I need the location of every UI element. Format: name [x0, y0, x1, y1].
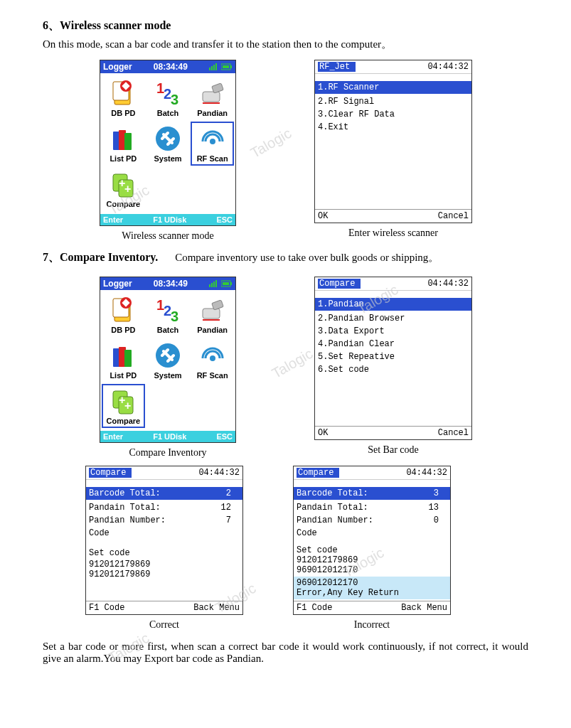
f1-code-button[interactable]: F1 Code: [297, 603, 332, 613]
app-dbpd[interactable]: DB PD: [102, 293, 145, 337]
app-listpd[interactable]: List PD: [102, 122, 145, 166]
pandian-number-label: Pandian Number:: [297, 515, 373, 525]
compare-time: 04:44:32: [427, 279, 469, 289]
bottom-right[interactable]: ESC: [216, 432, 233, 441]
app-listpd[interactable]: List PD: [102, 338, 145, 382]
bottom-right[interactable]: ESC: [216, 215, 233, 224]
svg-rect-6: [223, 65, 229, 68]
app-label: Batch: [157, 326, 179, 334]
bottom-left[interactable]: Enter: [103, 215, 123, 224]
svg-text:+: +: [124, 400, 131, 412]
caption-wireless: Wireless scanner mode: [122, 230, 213, 242]
section7-desc: Compare inventory use to take over bulk …: [175, 252, 439, 263]
app-label: Compare: [106, 417, 140, 425]
svg-rect-32: [223, 282, 229, 285]
menu-item[interactable]: 4.Exit: [315, 121, 471, 134]
code-value: 969012012170: [294, 565, 450, 577]
app-system[interactable]: System: [146, 122, 190, 166]
svg-rect-14: [203, 92, 220, 102]
rfjet-title: RF_Jet 04:44:32: [315, 60, 471, 74]
menu-item[interactable]: 6.Set code: [315, 363, 471, 376]
signal-battery-icon: [209, 63, 233, 70]
caption-enterwireless: Enter wireless scanner: [348, 228, 438, 239]
ok-button[interactable]: OK: [318, 428, 328, 438]
app-batch[interactable]: 123Batch: [146, 293, 190, 337]
app-label: System: [154, 371, 181, 380]
caption-compareinv: Compare Inventory: [129, 447, 206, 459]
svg-text:3: 3: [171, 309, 178, 324]
app-pandian[interactable]: Pandian: [191, 293, 234, 337]
app-label: Pandian: [197, 109, 228, 117]
app-compare[interactable]: ++Compare: [102, 384, 145, 428]
app-dbpd[interactable]: DB PD: [102, 76, 145, 120]
signal-battery-icon: [209, 280, 233, 287]
app-label: Pandian: [197, 326, 228, 334]
barcode-total-value: 3: [434, 488, 439, 498]
menu-item[interactable]: 2.RF Signal: [315, 95, 471, 108]
menu-item[interactable]: 2.Pandian Browser: [315, 312, 471, 325]
bottom-mid[interactable]: F1 UDisk: [123, 432, 216, 441]
svg-rect-3: [215, 63, 217, 70]
app-batch[interactable]: 123Batch: [146, 76, 190, 120]
cancel-button[interactable]: Cancel: [438, 428, 469, 438]
rfscan-icon: [198, 124, 227, 153]
app-label: DB PD: [111, 109, 135, 117]
device-screenshot-compare: Logger 08:34:49 DB PD 123Batch Pandian L…: [100, 277, 236, 443]
svg-rect-0: [209, 68, 210, 70]
device-bottombar: Enter F1 UDisk ESC: [100, 214, 235, 225]
menu-item[interactable]: 1.RF Scanner: [315, 81, 471, 94]
correct-footer: F1 Code Back Menu: [86, 601, 242, 614]
menu-item[interactable]: 1.Pandian: [315, 298, 471, 311]
bottom-mid[interactable]: F1 UDisk: [123, 215, 216, 224]
titlebar-left: Logger: [103, 279, 132, 289]
code-label: Code: [294, 527, 450, 540]
svg-rect-27: [211, 283, 213, 287]
pandain-total-value: 13: [429, 503, 439, 513]
titlebar-left: Logger: [103, 62, 132, 72]
svg-text:+: +: [124, 183, 131, 195]
ok-button[interactable]: OK: [318, 211, 328, 221]
app-label: List PD: [110, 371, 137, 380]
pandain-total-row: Pandain Total: 12: [86, 501, 242, 514]
menu-item[interactable]: 3.Data Export: [315, 325, 471, 338]
app-rfscan[interactable]: RF Scan: [191, 122, 234, 166]
error-message: Error,Any Key Return: [294, 588, 450, 599]
app-label: System: [154, 154, 181, 163]
app-pandian[interactable]: Pandian: [191, 76, 234, 120]
compare-menu-footer: OK Cancel: [315, 426, 471, 439]
app-rfscan[interactable]: RF Scan: [191, 338, 234, 382]
menu-item[interactable]: 4.Pandian Clear: [315, 338, 471, 350]
compare-icon: ++: [109, 170, 137, 198]
back-menu-button[interactable]: Back Menu: [193, 603, 240, 613]
pandian-number-value: 0: [434, 515, 439, 525]
f1-code-button[interactable]: F1 Code: [89, 603, 124, 613]
app-label: Compare: [106, 200, 140, 208]
cancel-button[interactable]: Cancel: [438, 211, 469, 221]
back-menu-button[interactable]: Back Menu: [401, 603, 447, 613]
svg-rect-28: [213, 282, 215, 287]
incorrect-title-text: Compare: [297, 468, 339, 478]
svg-rect-15: [211, 83, 223, 93]
bottom-left[interactable]: Enter: [103, 432, 123, 441]
pandian-icon: [198, 296, 227, 324]
pandian-number-row: Pandian Number: 0: [294, 514, 450, 527]
pandain-total-value: 12: [221, 503, 231, 513]
pandain-total-label: Pandain Total:: [89, 503, 161, 513]
svg-rect-2: [213, 65, 215, 70]
pandain-total-label: Pandain Total:: [297, 503, 368, 513]
set-code-label: Set code: [86, 547, 242, 560]
barcode-total-value: 2: [226, 488, 231, 498]
compare-menu-screen: Compare 04:44:32 1.Pandian 2.Pandian Bro…: [314, 277, 472, 440]
correct-time: 04:44:32: [198, 468, 240, 478]
app-system[interactable]: System: [146, 338, 190, 382]
device-titlebar: Logger 08:34:49: [100, 60, 235, 73]
dbpd-icon: [109, 296, 137, 324]
menu-item[interactable]: 3.Clear RF Data: [315, 108, 471, 121]
menu-item[interactable]: 5.Set Repeative: [315, 350, 471, 363]
code-value: 912012179869: [294, 555, 450, 565]
app-compare[interactable]: ++Compare: [102, 167, 145, 211]
batch-icon: 123: [154, 296, 182, 324]
device-bottombar: Enter F1 UDisk ESC: [100, 431, 235, 442]
rfjet-time: 04:44:32: [427, 62, 469, 72]
system-icon: [154, 341, 182, 370]
